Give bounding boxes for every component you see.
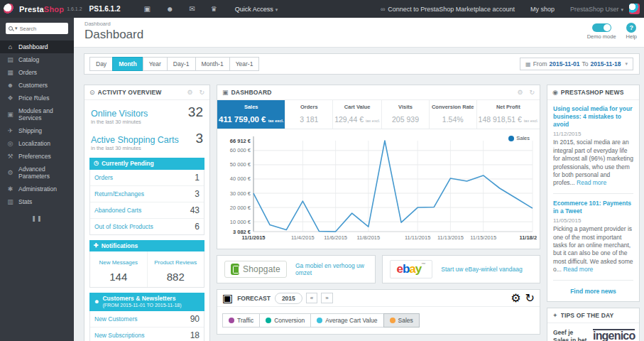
refresh-icon[interactable]: ↻ bbox=[199, 89, 204, 96]
online-visitors-link[interactable]: Online Visitors bbox=[91, 109, 148, 119]
active-carts-sub: in the last 30 minutes bbox=[91, 145, 203, 151]
gear-icon[interactable]: ⚙ bbox=[517, 89, 523, 96]
product-reviews-link[interactable]: Product Reviews bbox=[154, 259, 197, 266]
customers-newsletters-section: ☻Customers & Newsletters(FROM 2015-11-01… bbox=[89, 293, 204, 341]
sidebar-item-stats[interactable]: ▥Stats bbox=[0, 195, 74, 208]
brand-logo[interactable]: PrestaShop bbox=[19, 5, 64, 13]
svg-text:66 912 €: 66 912 € bbox=[230, 138, 251, 144]
sidebar-item-administration[interactable]: ✱Administration bbox=[0, 183, 74, 195]
kpi-orders-tab[interactable]: Orders3 181 bbox=[285, 100, 333, 129]
sidebar-item-shipping[interactable]: ✈Shipping bbox=[0, 124, 74, 137]
range-day-1-button[interactable]: Day-1 bbox=[167, 57, 196, 71]
chevron-down-icon: ▾ bbox=[625, 61, 628, 67]
sidebar-collapse-icon[interactable]: ❚❚ bbox=[31, 215, 43, 222]
forecast-prev-button[interactable]: « bbox=[306, 293, 317, 303]
svg-text:11/18/2015: 11/18/2015 bbox=[519, 234, 537, 241]
new-customers-link[interactable]: New Customers bbox=[94, 315, 137, 323]
sidebar-item-customers[interactable]: ☻Customers bbox=[0, 79, 74, 92]
tips-of-the-day-panel: ✦ TIPS OF THE DAY Geef je Sales in het b… bbox=[547, 308, 640, 341]
svg-text:50 000 €: 50 000 € bbox=[230, 161, 251, 168]
sidebar-item-preferences[interactable]: ⚒Preferences bbox=[0, 150, 74, 163]
sidebar-item-modules[interactable]: ▣Modules and Services bbox=[0, 104, 74, 124]
date-range-picker[interactable]: ▦ From2015-11-01 To2015-11-18 ▾ bbox=[520, 58, 633, 70]
messages-icon[interactable]: ✉ bbox=[189, 5, 195, 13]
kpi-net-profit-tab[interactable]: Net Profit148 918,51 € tax excl. bbox=[477, 100, 540, 129]
avatar[interactable] bbox=[629, 4, 640, 14]
kpi-sales-tab[interactable]: Sales411 759,00 € tax excl. bbox=[217, 100, 285, 129]
kpi-conversion-rate-tab[interactable]: Conversion Rate1.54% bbox=[430, 100, 477, 129]
ebay-banner[interactable]: ebay™ Start uw eBay-winkel vandaag bbox=[382, 255, 541, 283]
out-of-stock-value: 6 bbox=[195, 222, 200, 232]
cart-icon[interactable]: ▣ bbox=[143, 5, 150, 13]
sidebar-search[interactable]: ▾ bbox=[6, 23, 68, 34]
search-scope-caret-icon[interactable]: ▾ bbox=[15, 26, 18, 31]
demo-mode-toggle[interactable] bbox=[592, 23, 611, 32]
find-more-news-link[interactable]: Find more news bbox=[553, 286, 633, 298]
refresh-icon[interactable]: ↻ bbox=[525, 291, 535, 305]
sidebar-item-orders[interactable]: ▦Orders bbox=[0, 66, 74, 79]
chart-legend: Sales bbox=[508, 135, 530, 141]
my-shop-link[interactable]: My shop bbox=[530, 6, 555, 13]
read-more-link[interactable]: Read more bbox=[577, 179, 606, 186]
calendar-icon: ▦ bbox=[525, 61, 531, 67]
toggle-sales[interactable]: Sales bbox=[383, 313, 420, 328]
toggle-conversion[interactable]: Conversion bbox=[259, 313, 311, 328]
svg-text:10 000 €: 10 000 € bbox=[230, 219, 251, 225]
range-month-1-button[interactable]: Month-1 bbox=[195, 57, 230, 71]
customers-title: Customers & Newsletters bbox=[102, 295, 175, 302]
dashboard-panel-title: DASHBOARD bbox=[231, 89, 511, 96]
shipping-icon: ✈ bbox=[6, 127, 14, 134]
new-customers-value: 90 bbox=[190, 314, 200, 324]
sidebar-item-localization[interactable]: ◎Localization bbox=[0, 137, 74, 150]
refresh-icon[interactable]: ↻ bbox=[529, 89, 535, 96]
pending-orders-link[interactable]: Orders bbox=[94, 174, 113, 181]
quick-access-menu[interactable]: Quick Access▾ bbox=[235, 6, 278, 13]
marketplace-link[interactable]: ∞Connect to PrestaShop Marketplace accou… bbox=[381, 6, 515, 13]
forecast-next-button[interactable]: » bbox=[321, 293, 332, 303]
range-year-button[interactable]: Year bbox=[143, 57, 168, 71]
pending-returns-link[interactable]: Return/Exchanges bbox=[94, 190, 144, 197]
range-day-button[interactable]: Day bbox=[89, 57, 113, 71]
kpi-cart-value-tab[interactable]: Cart Value129,44 € tax excl. bbox=[333, 100, 382, 129]
employees-icon[interactable]: ☻ bbox=[166, 5, 174, 13]
help-icon[interactable]: ? bbox=[626, 23, 636, 33]
breadcrumb[interactable]: Dashboard bbox=[84, 21, 644, 27]
sales-chart-container: Sales 66 912 €60 000 €50 000 €40 000 €30… bbox=[217, 129, 540, 249]
gear-icon[interactable]: ⚙ bbox=[187, 89, 192, 96]
svg-text:11/6/2015: 11/6/2015 bbox=[324, 234, 347, 241]
new-subscriptions-link[interactable]: New Subscriptions bbox=[94, 332, 144, 339]
notifications-section: ✚Notifications New Messages144 Product R… bbox=[89, 240, 204, 288]
search-input[interactable] bbox=[20, 26, 61, 32]
svg-text:11/8/2015: 11/8/2015 bbox=[356, 234, 380, 241]
forecast-cart-icon: ▣ bbox=[222, 291, 233, 305]
toggle-average-cart-value[interactable]: Average Cart Value bbox=[310, 313, 383, 328]
range-month-button[interactable]: Month bbox=[112, 57, 143, 71]
notifications-icon: ✚ bbox=[94, 242, 99, 249]
shopgate-link[interactable]: Ga mobiel en verhoog uw omzet bbox=[295, 262, 368, 276]
legend-dot-sales bbox=[508, 136, 514, 141]
forecast-year: 2015 bbox=[275, 293, 302, 304]
sidebar-item-advanced-parameters[interactable]: ⚙Advanced Parameters bbox=[0, 163, 74, 183]
toggle-traffic[interactable]: Traffic bbox=[222, 313, 260, 328]
range-year-1-button[interactable]: Year-1 bbox=[229, 57, 260, 71]
read-more-link[interactable]: Read more bbox=[563, 266, 593, 273]
gear-icon[interactable]: ⚙ bbox=[511, 291, 520, 305]
abandoned-carts-link[interactable]: Abandoned Carts bbox=[94, 207, 141, 214]
user-menu[interactable]: PrestaShop User▾ bbox=[570, 6, 623, 13]
ebay-link[interactable]: Start uw eBay-winkel vandaag bbox=[441, 266, 522, 273]
new-messages-value: 144 bbox=[92, 271, 146, 283]
out-of-stock-link[interactable]: Out of Stock Products bbox=[94, 223, 153, 230]
sidebar-item-dashboard[interactable]: ⌂Dashboard bbox=[0, 40, 74, 53]
news-article-title[interactable]: Ecommerce 101: Payments in a Tweet bbox=[553, 200, 633, 215]
news-article-title[interactable]: Using social media for your business: 4 … bbox=[553, 105, 633, 129]
price-rules-icon: ❖ bbox=[6, 94, 14, 102]
shopgate-banner[interactable]: Shopgate Ga mobiel en verhoog uw omzet bbox=[217, 255, 376, 283]
legend-label-sales: Sales bbox=[516, 135, 530, 141]
sidebar-item-price-rules[interactable]: ❖Price Rules bbox=[0, 92, 74, 104]
sidebar-item-catalog[interactable]: ▤Catalog bbox=[0, 53, 74, 66]
new-messages-link[interactable]: New Messages bbox=[99, 259, 138, 266]
kpi-visits-tab[interactable]: Visits205 939 bbox=[382, 100, 430, 129]
news-article: Using social media for your business: 4 … bbox=[553, 105, 633, 188]
badges-icon[interactable]: ♛ bbox=[211, 5, 217, 13]
active-carts-link[interactable]: Active Shopping Carts bbox=[91, 135, 179, 145]
